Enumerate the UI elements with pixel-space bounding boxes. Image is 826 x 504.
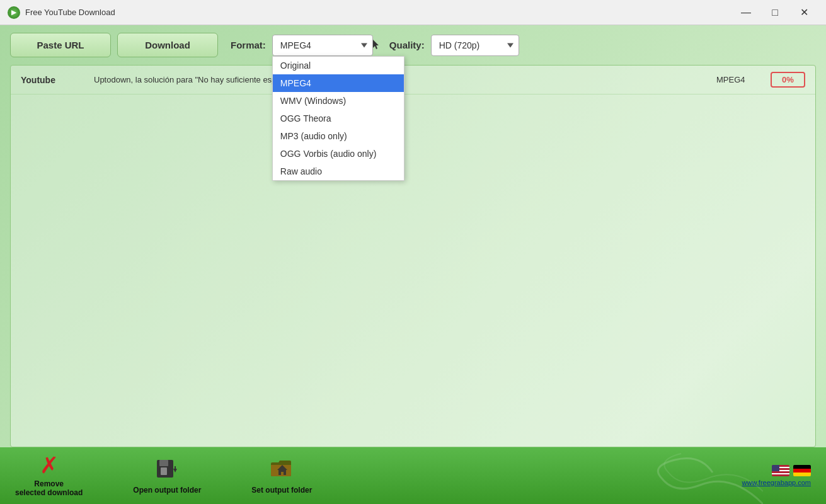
close-button[interactable]: ✕	[789, 3, 818, 23]
svg-rect-1	[159, 460, 168, 466]
download-source: Youtube	[21, 75, 84, 85]
remove-label: Removeselected download	[15, 479, 83, 497]
title-bar: ▶ Free YouTube Download — □ ✕	[0, 0, 826, 25]
window-controls: — □ ✕	[731, 3, 818, 23]
flag-icons	[772, 465, 811, 476]
quality-select-wrapper: HD (720p)	[431, 35, 519, 56]
set-folder-label: Set output folder	[251, 486, 312, 495]
remove-icon: ✗	[40, 454, 59, 477]
toolbar: Paste URL Download Format: MPEG4 Origina…	[0, 25, 826, 65]
bottom-right: www.freegrabapp.com	[742, 465, 811, 486]
quality-selected-value: HD (720p)	[439, 40, 480, 50]
remove-button[interactable]: ✗ Removeselected download	[15, 454, 83, 497]
app-title: Free YouTube Download	[25, 8, 731, 17]
set-folder-icon	[270, 457, 294, 483]
format-option-mp3[interactable]: MP3 (audio only)	[273, 127, 404, 145]
quality-label: Quality:	[389, 40, 425, 50]
quality-dropdown-arrow	[507, 43, 513, 47]
format-option-ogg-theora[interactable]: OGG Theora	[273, 110, 404, 127]
flag-us[interactable]	[772, 465, 789, 476]
format-dropdown: Original MPEG4 WMV (Windows) OGG Theora …	[272, 56, 404, 181]
svg-rect-2	[161, 467, 167, 475]
minimize-button[interactable]: —	[731, 3, 760, 23]
set-folder-button[interactable]: Set output folder	[251, 457, 312, 495]
format-select-button[interactable]: MPEG4	[272, 35, 373, 56]
bottom-bar: ✗ Removeselected download Open output fo…	[0, 447, 826, 504]
download-progress: 0%	[771, 72, 805, 88]
open-folder-button[interactable]: Open output folder	[133, 457, 201, 495]
format-option-mpeg4[interactable]: MPEG4	[273, 74, 404, 92]
open-folder-label: Open output folder	[133, 486, 201, 495]
maximize-button[interactable]: □	[760, 3, 789, 23]
paste-url-button[interactable]: Paste URL	[10, 33, 111, 57]
quality-select-button[interactable]: HD (720p)	[431, 35, 519, 56]
website-link[interactable]: www.freegrabapp.com	[742, 479, 811, 486]
download-list: Youtube Uptodown, la solución para "No h…	[10, 65, 816, 447]
format-option-wmv[interactable]: WMV (Windows)	[273, 92, 404, 110]
format-selected-value: MPEG4	[280, 40, 311, 50]
format-dropdown-arrow	[361, 43, 367, 47]
format-option-original[interactable]: Original	[273, 57, 404, 74]
download-format: MPEG4	[716, 75, 760, 84]
format-label: Format:	[231, 40, 266, 50]
flag-de[interactable]	[793, 465, 811, 476]
app-icon: ▶	[8, 6, 20, 19]
format-select-wrapper: MPEG4 Original MPEG4 WMV (Windows) OGG T…	[272, 35, 373, 56]
svg-marker-3	[173, 469, 177, 472]
open-folder-icon	[156, 457, 178, 483]
format-option-ogg-vorbis[interactable]: OGG Vorbis (audio only)	[273, 145, 404, 163]
format-option-raw-audio[interactable]: Raw audio	[273, 163, 404, 180]
download-item[interactable]: Youtube Uptodown, la solución para "No h…	[11, 66, 815, 94]
download-button[interactable]: Download	[117, 33, 218, 57]
main-window: Paste URL Download Format: MPEG4 Origina…	[0, 25, 826, 504]
